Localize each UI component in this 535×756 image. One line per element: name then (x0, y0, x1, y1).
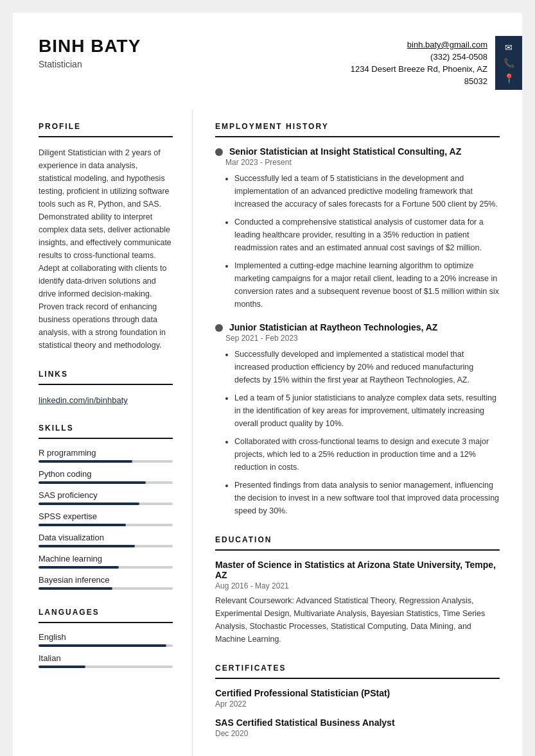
education-coursework: Relevant Coursework: Advanced Statistica… (215, 594, 500, 646)
employment-section-title: EMPLOYMENT HISTORY (215, 122, 500, 131)
language-name: English (39, 632, 173, 642)
language-item: Italian (39, 653, 173, 668)
email-link[interactable]: binh.baty@gmail.com (351, 40, 487, 49)
candidate-name: BINH BATY (39, 36, 141, 56)
phone-icon: 📞 (504, 58, 514, 68)
job-item: Senior Statistician at Insight Statistic… (215, 146, 500, 311)
certificates-section-title: CERTIFICATES (215, 664, 500, 673)
certificate-title: Certified Professional Statistician (PSt… (215, 688, 500, 698)
job-title: Senior Statistician at Insight Statistic… (229, 146, 461, 157)
education-item: Master of Science in Statistics at Arizo… (215, 560, 500, 646)
right-column: EMPLOYMENT HISTORY Senior Statistician a… (193, 109, 522, 756)
resume-container: BINH BATY Statistician binh.baty@gmail.c… (13, 13, 522, 756)
skill-name: SPSS expertise (39, 511, 173, 521)
bullet-item: Successfully led a team of 5 statisticia… (234, 172, 500, 210)
skill-bar-fill (39, 481, 146, 484)
job-header: Junior Statistician at Raytheon Technolo… (215, 322, 500, 334)
profile-text: Diligent Statistician with 2 years of ex… (39, 146, 173, 352)
skills-list: R programming Python coding SAS proficie… (39, 448, 173, 590)
header-right: binh.baty@gmail.com (332) 254-0508 1234 … (351, 36, 522, 90)
skill-name: Machine learning (39, 554, 173, 563)
certificate-item: Certified Professional Statistician (PSt… (215, 688, 500, 709)
certificate-date: Apr 2022 (215, 700, 500, 709)
languages-list: English Italian (39, 632, 173, 668)
email-icon: ✉ (505, 42, 513, 53)
bullet-item: Implemented a cutting-edge machine learn… (234, 259, 500, 311)
skill-item: Machine learning (39, 554, 173, 569)
candidate-title: Statistician (39, 59, 141, 69)
bullet-item: Successfully developed and implemented a… (234, 348, 500, 386)
skill-bar-fill (39, 587, 112, 590)
certificate-item: SAS Certified Statistical Business Analy… (215, 717, 500, 738)
education-divider (215, 549, 500, 551)
skill-name: Data visualization (39, 533, 173, 542)
phone-text: (332) 254-0508 (351, 52, 487, 62)
skill-bar-fill (39, 545, 135, 547)
certificate-title: SAS Certified Statistical Business Analy… (215, 717, 500, 728)
education-section-title: EDUCATION (215, 535, 500, 544)
skills-divider (39, 438, 173, 439)
header-left: BINH BATY Statistician (39, 36, 141, 90)
language-bar-bg (39, 666, 173, 668)
skill-bar-bg (39, 566, 173, 569)
certificates-list: Certified Professional Statistician (PSt… (215, 688, 500, 738)
language-item: English (39, 632, 173, 647)
skill-bar-bg (39, 524, 173, 526)
jobs-list: Senior Statistician at Insight Statistic… (215, 146, 500, 517)
job-dot (215, 148, 223, 156)
job-dot (215, 324, 223, 332)
profile-section-title: PROFILE (39, 122, 173, 131)
body: PROFILE Diligent Statistician with 2 yea… (13, 109, 522, 756)
skill-name: SAS proficiency (39, 490, 173, 500)
skills-section: SKILLS R programming Python coding SAS p… (39, 424, 173, 590)
skill-bar-bg (39, 460, 173, 463)
language-name: Italian (39, 653, 173, 663)
job-dates: Sep 2021 - Feb 2023 (225, 334, 500, 343)
links-divider (39, 384, 173, 385)
language-bar-fill (39, 644, 166, 647)
languages-divider (39, 622, 173, 623)
languages-section: LANGUAGES English Italian (39, 608, 173, 668)
skill-name: Python coding (39, 469, 173, 479)
job-bullets: Successfully led a team of 5 statisticia… (215, 172, 500, 311)
skill-item: Python coding (39, 469, 173, 484)
linkedin-link[interactable]: linkedin.com/in/binhbaty (39, 395, 128, 405)
bullet-item: Presented findings from data analysis to… (234, 479, 500, 517)
skill-item: R programming (39, 448, 173, 463)
employment-divider (215, 136, 500, 137)
address-line2: 85032 (351, 76, 487, 86)
links-section: LINKS linkedin.com/in/binhbaty (39, 370, 173, 406)
skill-item: SPSS expertise (39, 511, 173, 526)
location-icon: 📍 (504, 73, 514, 83)
contact-info: binh.baty@gmail.com (332) 254-0508 1234 … (351, 36, 495, 90)
skills-section-title: SKILLS (39, 424, 173, 433)
employment-section: EMPLOYMENT HISTORY Senior Statistician a… (215, 122, 500, 517)
job-dates: Mar 2023 - Present (225, 158, 500, 167)
skill-item: Data visualization (39, 533, 173, 547)
skill-bar-fill (39, 503, 139, 505)
skill-item: SAS proficiency (39, 490, 173, 505)
job-header: Senior Statistician at Insight Statistic… (215, 146, 500, 158)
education-list: Master of Science in Statistics at Arizo… (215, 560, 500, 646)
education-title: Master of Science in Statistics at Arizo… (215, 560, 500, 580)
job-bullets: Successfully developed and implemented a… (215, 348, 500, 517)
links-section-title: LINKS (39, 370, 173, 379)
job-item: Junior Statistician at Raytheon Technolo… (215, 322, 500, 517)
skill-bar-bg (39, 545, 173, 547)
profile-section: PROFILE Diligent Statistician with 2 yea… (39, 122, 173, 352)
header: BINH BATY Statistician binh.baty@gmail.c… (13, 13, 522, 109)
languages-section-title: LANGUAGES (39, 608, 173, 617)
language-bar-bg (39, 644, 173, 647)
address-line1: 1234 Desert Breeze Rd, Phoenix, AZ (351, 64, 487, 74)
profile-divider (39, 136, 173, 137)
skill-item: Bayesian inference (39, 575, 173, 590)
education-dates: Aug 2016 - May 2021 (215, 581, 500, 590)
skill-bar-fill (39, 524, 126, 526)
certificates-section: CERTIFICATES Certified Professional Stat… (215, 664, 500, 738)
education-section: EDUCATION Master of Science in Statistic… (215, 535, 500, 646)
certificate-date: Dec 2020 (215, 729, 500, 738)
skill-name: Bayesian inference (39, 575, 173, 585)
contact-icons: ✉ 📞 📍 (495, 36, 522, 90)
skill-bar-fill (39, 460, 132, 463)
skill-name: R programming (39, 448, 173, 458)
